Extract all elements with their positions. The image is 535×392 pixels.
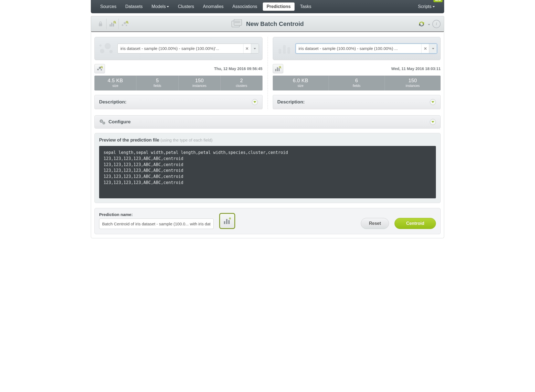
- titlebar: New Batch Centroid i: [91, 16, 444, 32]
- stat-fields: 5fields: [136, 76, 178, 90]
- dataset-stats: 6.0 KBsize 6fields 150instances: [273, 76, 441, 90]
- nav-models[interactable]: Models: [147, 1, 174, 12]
- dataset-selector-panel: iris dataset - sample (100.00%) - sample…: [273, 37, 441, 60]
- svg-point-31: [279, 66, 280, 68]
- chevron-down-icon[interactable]: [251, 44, 259, 53]
- svg-point-17: [105, 43, 111, 49]
- svg-rect-26: [283, 45, 286, 54]
- nav-anomalies[interactable]: Anomalies: [198, 1, 228, 12]
- description-label: Description:: [99, 99, 126, 105]
- svg-point-14: [235, 21, 235, 22]
- configure-label: Configure: [108, 119, 131, 125]
- svg-rect-0: [110, 24, 111, 26]
- preview-code: sepal length,sepal width,petal length,pe…: [99, 146, 436, 198]
- centroid-button[interactable]: Centroid: [394, 218, 436, 229]
- info-icon[interactable]: i: [432, 20, 441, 28]
- svg-point-36: [103, 122, 104, 123]
- svg-point-16: [100, 49, 104, 53]
- nav-scripts-label: Scripts: [418, 4, 431, 9]
- description-label: Description:: [277, 99, 305, 105]
- svg-point-22: [101, 69, 102, 71]
- svg-point-34: [101, 121, 102, 122]
- bar-chart-icon: [276, 41, 293, 56]
- new-badge: NEW: [433, 0, 443, 2]
- svg-line-4: [115, 23, 116, 23]
- page-title: New Batch Centroid: [246, 20, 304, 28]
- clear-icon[interactable]: ✕: [243, 44, 251, 53]
- expand-icon[interactable]: [252, 99, 258, 105]
- bar-chart-search-icon[interactable]: [107, 19, 119, 29]
- svg-rect-25: [279, 49, 281, 54]
- footer-panel: Prediction name: Reset Centroid: [94, 208, 441, 234]
- svg-rect-29: [277, 67, 278, 71]
- svg-rect-28: [275, 69, 276, 71]
- dataset-description-row[interactable]: Description:: [273, 95, 441, 109]
- svg-rect-38: [226, 219, 227, 224]
- nav-predictions[interactable]: Predictions: [263, 2, 295, 11]
- cluster-search-icon[interactable]: [119, 19, 131, 29]
- svg-rect-2: [113, 23, 114, 26]
- reset-button[interactable]: Reset: [361, 218, 389, 229]
- top-nav: Sources Datasets Models Clusters Anomali…: [91, 0, 444, 13]
- chevron-down-icon: [167, 6, 169, 7]
- dataset-column: iris dataset - sample (100.00%) - sample…: [273, 37, 441, 109]
- svg-point-5: [122, 24, 123, 26]
- expand-icon[interactable]: [430, 119, 436, 125]
- svg-rect-27: [287, 47, 290, 54]
- preview-title: Preview of the prediction file (using th…: [99, 138, 436, 143]
- lock-icon[interactable]: [94, 19, 107, 29]
- create-dataset-button[interactable]: [219, 213, 235, 229]
- svg-point-20: [97, 69, 99, 70]
- cluster-column: iris dataset - sample (100.00%) - sample…: [94, 37, 263, 109]
- svg-point-6: [124, 22, 126, 24]
- svg-rect-37: [224, 221, 225, 224]
- nav-sources[interactable]: Sources: [96, 1, 121, 12]
- cluster-selector-panel: iris dataset - sample (100.00%) - sample…: [94, 37, 263, 60]
- configure-row[interactable]: Configure: [94, 115, 441, 129]
- sync-icon[interactable]: [417, 20, 426, 28]
- expand-icon[interactable]: [430, 99, 436, 105]
- cluster-icon: [98, 41, 115, 56]
- nav-tasks[interactable]: Tasks: [296, 1, 316, 12]
- dataset-view-icon[interactable]: [273, 64, 283, 73]
- dataset-select[interactable]: iris dataset - sample (100.00%) - sample…: [296, 44, 437, 54]
- stat-clusters: 2clusters: [221, 76, 262, 90]
- cluster-stats: 4.5 KBsize 5fields 150instances 2cluster…: [94, 76, 263, 90]
- chevron-down-icon: [433, 6, 435, 7]
- chevron-down-icon[interactable]: [428, 22, 430, 26]
- dataset-timestamp: Wed, 11 May 2016 18:03:11: [391, 66, 441, 71]
- prediction-name-label: Prediction name:: [99, 212, 214, 217]
- chevron-down-icon[interactable]: [429, 44, 437, 53]
- main-content: iris dataset - sample (100.00%) - sample…: [91, 32, 444, 238]
- svg-point-7: [126, 25, 127, 26]
- svg-line-24: [102, 68, 103, 68]
- nav-associations[interactable]: Associations: [228, 1, 262, 12]
- cluster-view-icon[interactable]: [94, 64, 105, 73]
- dataset-select-text: iris dataset - sample (100.00%) - sample…: [296, 44, 422, 53]
- stat-fields: 6fields: [329, 76, 385, 90]
- nav-scripts[interactable]: Scripts: [414, 1, 439, 12]
- svg-point-15: [235, 22, 235, 23]
- svg-point-23: [101, 66, 102, 68]
- clear-icon[interactable]: ✕: [421, 44, 429, 53]
- svg-point-18: [109, 50, 113, 53]
- nav-datasets[interactable]: Datasets: [121, 1, 147, 12]
- batch-centroid-icon: [231, 19, 243, 29]
- prediction-name-input[interactable]: [99, 218, 214, 229]
- svg-line-32: [280, 68, 281, 68]
- preview-panel: Preview of the prediction file (using th…: [94, 133, 441, 203]
- nav-models-label: Models: [152, 4, 166, 9]
- stat-size: 4.5 KBsize: [94, 76, 136, 90]
- column-divider: [268, 37, 268, 109]
- svg-rect-1: [111, 23, 112, 26]
- cluster-select-text: iris dataset - sample (100.00%) - sample…: [118, 44, 243, 53]
- cluster-description-row[interactable]: Description:: [94, 95, 263, 109]
- svg-point-19: [99, 44, 102, 47]
- svg-line-9: [128, 23, 128, 23]
- nav-clusters[interactable]: Clusters: [173, 1, 198, 12]
- stat-instances: 150instances: [385, 76, 441, 90]
- svg-rect-30: [279, 68, 280, 71]
- cluster-select[interactable]: iris dataset - sample (100.00%) - sample…: [117, 44, 259, 54]
- svg-rect-39: [228, 220, 230, 224]
- stat-instances: 150instances: [179, 76, 221, 90]
